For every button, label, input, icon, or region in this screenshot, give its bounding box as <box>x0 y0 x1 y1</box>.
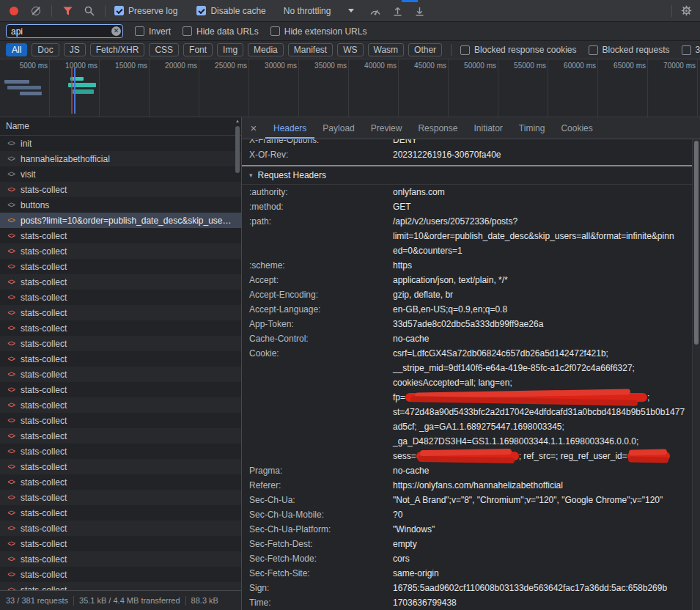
filter-chip-manifest[interactable]: Manifest <box>288 43 333 56</box>
details-scrollbar[interactable] <box>692 139 700 610</box>
header-row: :authority:onlyfans.com <box>242 185 692 199</box>
filter-chip-img[interactable]: Img <box>217 43 243 56</box>
request-row[interactable]: <>stats-collect <box>0 397 241 413</box>
script-icon: <> <box>6 185 16 194</box>
request-row[interactable]: <>visit <box>0 166 241 182</box>
script-icon: <> <box>6 309 16 317</box>
preserve-log-checkbox[interactable]: Preserve log <box>114 6 177 16</box>
scroll-up-icon[interactable]: ▲ <box>234 119 241 123</box>
import-har-button[interactable] <box>391 4 404 18</box>
scrollbar-thumb[interactable] <box>235 126 240 173</box>
request-row[interactable]: <>stats-collect <box>0 228 241 243</box>
close-details-icon[interactable]: × <box>242 117 265 139</box>
filter-chip-wasm[interactable]: Wasm <box>368 43 405 56</box>
request-row[interactable]: <>stats-collect <box>0 290 241 305</box>
filter-chip-css[interactable]: CSS <box>149 43 179 56</box>
request-row[interactable]: <>stats-collect <box>0 521 241 536</box>
export-har-button[interactable] <box>413 4 426 18</box>
clear-filter-icon[interactable]: ✕ <box>111 26 121 36</box>
filter-toggle-button[interactable] <box>61 4 74 18</box>
header-row: Time:1703636799438 <box>242 595 692 610</box>
request-row[interactable]: <>init <box>0 136 241 151</box>
header-value: https <box>393 258 692 273</box>
resource-type-chips: AllDocJSFetch/XHRCSSFontImgMediaManifest… <box>6 43 442 56</box>
script-icon: <> <box>6 155 16 163</box>
clear-button[interactable] <box>29 4 43 18</box>
tab-preview[interactable]: Preview <box>363 117 410 139</box>
request-row[interactable]: <>stats-collect <box>0 336 241 351</box>
filter-chip-other[interactable]: Other <box>408 43 442 56</box>
request-headers-section[interactable]: ▾ Request Headers <box>242 166 692 185</box>
hide-data-urls-checkbox[interactable]: Hide data URLs <box>183 26 259 37</box>
filter-chip-doc[interactable]: Doc <box>32 43 59 56</box>
request-row[interactable]: <>stats-collect <box>0 459 241 474</box>
request-row[interactable]: <>stats-collect <box>0 182 241 197</box>
filter-chip-media[interactable]: Media <box>248 43 284 56</box>
filter-option-blocked-requests[interactable]: Blocked requests <box>589 45 670 55</box>
timeline-overview[interactable]: 5000 ms10000 ms15000 ms20000 ms25000 ms3… <box>0 59 700 117</box>
request-row[interactable]: <>stats-collect <box>0 274 241 290</box>
tab-initiator[interactable]: Initiator <box>465 117 510 139</box>
header-value: ?0 <box>393 507 692 522</box>
request-row[interactable]: <>stats-collect <box>0 582 241 590</box>
hide-extension-urls-checkbox[interactable]: Hide extension URLs <box>270 26 367 37</box>
request-row[interactable]: <>stats-collect <box>0 444 241 459</box>
request-row[interactable]: <>stats-collect <box>0 367 241 382</box>
request-list-scrollbar[interactable]: ▲ <box>234 117 241 590</box>
request-row[interactable]: <>stats-collect <box>0 351 241 367</box>
filter-option-3rd-party-requests[interactable]: 3rd-party requests <box>682 45 700 55</box>
timeline-label: 55000 ms <box>514 62 546 70</box>
request-row[interactable]: <>stats-collect <box>0 320 241 336</box>
request-row[interactable]: <>stats-collect <box>0 551 241 567</box>
script-icon: <> <box>6 355 16 363</box>
tab-cookies[interactable]: Cookies <box>553 117 600 139</box>
request-row[interactable]: <>buttons <box>0 197 241 213</box>
header-row: Sec-Ch-Ua:"Not_A Brand";v="8", "Chromium… <box>242 493 692 507</box>
request-row[interactable]: <>stats-collect <box>0 382 241 397</box>
tab-response[interactable]: Response <box>410 117 465 139</box>
header-value-line: __stripe_mid=9df140f6-e64a-419e-85fc-a1c… <box>393 361 688 375</box>
request-row[interactable]: <>stats-collect <box>0 536 241 551</box>
filter-chip-fetch-xhr[interactable]: Fetch/XHR <box>90 43 145 56</box>
throttling-dropdown[interactable]: No throttling <box>284 6 355 16</box>
tab-payload[interactable]: Payload <box>314 117 362 139</box>
request-row[interactable]: <>hannahelizabethofficial <box>0 151 241 166</box>
request-row[interactable]: <>stats-collect <box>0 428 241 444</box>
request-row[interactable]: <>stats-collect <box>0 305 241 320</box>
tab-timing[interactable]: Timing <box>511 117 553 139</box>
request-row[interactable]: <>stats-collect <box>0 413 241 428</box>
request-row[interactable]: <>stats-collect <box>0 243 241 259</box>
filter-option-blocked-response-cookies[interactable]: Blocked response cookies <box>460 45 576 55</box>
header-name: X-Of-Rev: <box>242 147 393 162</box>
record-button[interactable] <box>7 4 21 18</box>
search-button[interactable] <box>83 4 96 18</box>
request-name: stats-collect <box>21 385 241 395</box>
tab-headers[interactable]: Headers <box>265 117 314 139</box>
filter-chip-ws[interactable]: WS <box>337 43 363 56</box>
headers-panel: X-Frame-Options:DENYX-Of-Rev:20231226191… <box>242 139 700 610</box>
network-conditions-button[interactable] <box>369 4 382 18</box>
request-row[interactable]: <>stats-collect <box>0 474 241 490</box>
request-row[interactable]: <>posts?limit=10&order=publish_date_desc… <box>0 213 241 228</box>
checkbox-icon <box>270 26 280 36</box>
disable-cache-checkbox[interactable]: Disable cache <box>196 6 265 16</box>
invert-checkbox[interactable]: Invert <box>135 26 171 37</box>
settings-button[interactable] <box>679 4 693 18</box>
filter-chip-all[interactable]: All <box>6 43 27 56</box>
header-name: Accept-Language: <box>242 302 393 317</box>
script-icon: <> <box>6 416 16 425</box>
request-row[interactable]: <>stats-collect <box>0 505 241 521</box>
preserve-log-label: Preserve log <box>128 6 177 16</box>
filter-chip-js[interactable]: JS <box>64 43 86 56</box>
request-row[interactable]: <>stats-collect <box>0 567 241 582</box>
script-icon: <> <box>6 401 16 409</box>
request-row[interactable]: <>stats-collect <box>0 490 241 505</box>
filter-chip-font[interactable]: Font <box>183 43 213 56</box>
filter-input[interactable] <box>6 24 123 38</box>
domcontentloaded-event-line <box>71 68 73 114</box>
request-details-pane: × HeadersPayloadPreviewResponseInitiator… <box>242 117 700 610</box>
request-row[interactable]: <>stats-collect <box>0 259 241 274</box>
name-column-header[interactable]: Name <box>0 117 241 136</box>
timeline-label: 35000 ms <box>314 62 347 70</box>
scrollbar-thumb[interactable] <box>694 141 699 345</box>
